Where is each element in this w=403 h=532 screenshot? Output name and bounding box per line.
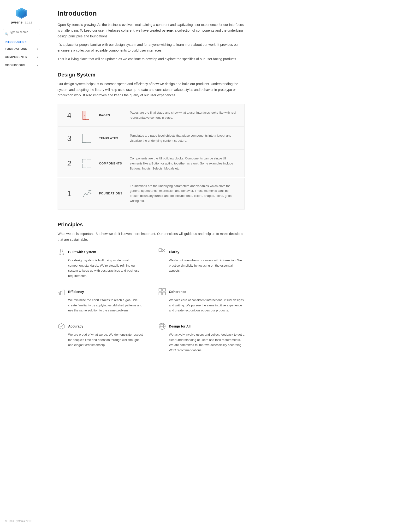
principle-design-for-all: Design for All We actively involve users… — [158, 323, 245, 353]
search-container[interactable]: 🔍 — [0, 29, 43, 39]
sidebar-item-components[interactable]: COMPONENTS ▾ — [0, 53, 43, 61]
logo-icon — [16, 7, 28, 19]
principle-built-with-system-name: Built with System — [68, 250, 96, 254]
efficiency-icon — [58, 288, 65, 296]
svg-point-20 — [90, 193, 91, 194]
ds-card-templates-number: 3 — [64, 134, 74, 143]
svg-rect-37 — [159, 292, 162, 295]
principle-efficiency-desc: We minimize the effort it takes to reach… — [58, 298, 144, 313]
ds-card-pages-label: PAGES — [99, 114, 123, 117]
principle-coherence: Coherence We take care of consistent int… — [158, 288, 245, 313]
principle-built-with-system-desc: Our design system is built using modern … — [58, 258, 144, 278]
svg-rect-32 — [58, 293, 59, 295]
accuracy-icon — [58, 323, 65, 330]
ds-card-templates: 3 TEMPLATES Templates are page-level obj… — [58, 127, 245, 150]
principle-accuracy-desc: We are proud of what we do. We demonstra… — [58, 332, 144, 347]
main-content: Introduction Open Systems is growing. As… — [43, 0, 259, 532]
ds-card-components-desc: Components are the UI building blocks. C… — [130, 156, 238, 171]
svg-rect-17 — [82, 164, 86, 168]
svg-line-27 — [62, 251, 63, 253]
sidebar: pyrene -1.11.1 🔍 INTRODUCTION FOUNDATION… — [0, 0, 43, 532]
intro-paragraph-3: This is a living place that will be upda… — [58, 56, 245, 62]
design-for-all-icon — [158, 323, 166, 330]
svg-rect-13 — [82, 134, 86, 143]
sidebar-footer: © Open Systems 2019 — [0, 515, 43, 527]
principle-efficiency: Efficiency We minimize the effort it tak… — [58, 288, 144, 313]
components-chevron-icon: ▾ — [37, 56, 38, 58]
ds-card-pages-desc: Pages are the final stage and show what … — [130, 110, 238, 120]
svg-point-19 — [83, 196, 84, 197]
principle-clarity: Clarity We do not overwhelm our users wi… — [158, 248, 245, 278]
principles-title: Principles — [58, 222, 245, 228]
ds-card-pages-number: 4 — [64, 111, 74, 120]
clarity-icon — [158, 248, 166, 256]
svg-rect-16 — [87, 159, 91, 163]
components-icon — [81, 158, 92, 169]
foundations-chevron-icon: ▾ — [37, 48, 38, 50]
logo-container: pyrene -1.11.1 — [0, 5, 43, 29]
svg-rect-12 — [82, 134, 91, 143]
built-with-system-icon — [58, 248, 65, 256]
principle-built-with-system: Built with System Our design system is b… — [58, 248, 144, 278]
foundations-icon — [81, 188, 92, 199]
logo-version: -1.11.1 — [24, 21, 32, 24]
ds-card-foundations-number: 1 — [64, 189, 74, 198]
svg-rect-29 — [159, 249, 162, 252]
svg-point-23 — [59, 253, 61, 255]
sidebar-item-cookbooks[interactable]: COOKBOOKS ▾ — [0, 61, 43, 69]
svg-rect-36 — [163, 288, 166, 291]
principle-design-for-all-name: Design for All — [169, 324, 191, 328]
coherence-icon — [158, 288, 166, 296]
svg-rect-38 — [163, 292, 166, 295]
svg-rect-15 — [82, 159, 86, 163]
intro-paragraph-1: Open Systems is growing. As the business… — [58, 22, 245, 39]
ds-card-components: 2 COMPONENTS Components are the UI build… — [58, 150, 245, 177]
principle-coherence-name: Coherence — [169, 290, 186, 294]
principles-grid: Built with System Our design system is b… — [58, 248, 245, 353]
ds-card-components-number: 2 — [64, 159, 74, 168]
principle-coherence-desc: We take care of consistent interactions,… — [158, 298, 245, 313]
svg-rect-18 — [87, 164, 91, 168]
pages-icon — [81, 110, 92, 120]
page-title: Introduction — [58, 10, 245, 17]
principle-accuracy-name: Accuracy — [68, 324, 83, 328]
ds-card-templates-desc: Templates are page-level objects that pl… — [130, 133, 238, 143]
ds-card-foundations: 1 FOUNDATIONS Foundations are the underl… — [58, 178, 245, 209]
cookbooks-chevron-icon: ▾ — [37, 64, 38, 67]
principle-efficiency-name: Efficiency — [68, 290, 84, 294]
design-system-title: Design System — [58, 72, 245, 78]
svg-point-25 — [60, 249, 62, 251]
logo-name: pyrene — [11, 20, 23, 24]
principle-accuracy: Accuracy We are proud of what we do. We … — [58, 323, 144, 353]
principles-desc: What we do is important. But how we do i… — [58, 231, 245, 243]
svg-rect-34 — [63, 290, 64, 295]
design-system-desc: Our design system helps us to increase s… — [58, 81, 245, 98]
ds-card-templates-label: TEMPLATES — [99, 137, 123, 140]
ds-card-foundations-desc: Foundations are the underlying parameter… — [130, 184, 238, 203]
svg-point-31 — [163, 250, 164, 251]
ds-card-components-label: COMPONENTS — [99, 162, 123, 165]
ds-card-pages: 4 PAGES Pages are the final stage and sh… — [58, 104, 245, 127]
svg-rect-33 — [60, 291, 62, 295]
svg-line-26 — [60, 251, 61, 253]
brand-name: pyrene — [162, 29, 173, 32]
svg-point-24 — [62, 253, 64, 255]
design-system-cards: 4 PAGES Pages are the final stage and sh… — [58, 104, 245, 209]
templates-icon — [81, 133, 92, 144]
principle-design-for-all-desc: We actively involve users and collect fe… — [158, 332, 245, 353]
svg-rect-35 — [159, 288, 162, 291]
search-input[interactable] — [3, 29, 40, 35]
sidebar-item-foundations[interactable]: FOUNDATIONS ▾ — [0, 45, 43, 53]
principle-clarity-name: Clarity — [169, 250, 179, 254]
principle-clarity-desc: We do not overwhelm our users with infor… — [158, 258, 245, 273]
ds-card-foundations-label: FOUNDATIONS — [99, 192, 123, 195]
sidebar-item-introduction[interactable]: INTRODUCTION — [0, 39, 43, 45]
intro-paragraph-2: It's a place for people familiar with ou… — [58, 42, 245, 53]
